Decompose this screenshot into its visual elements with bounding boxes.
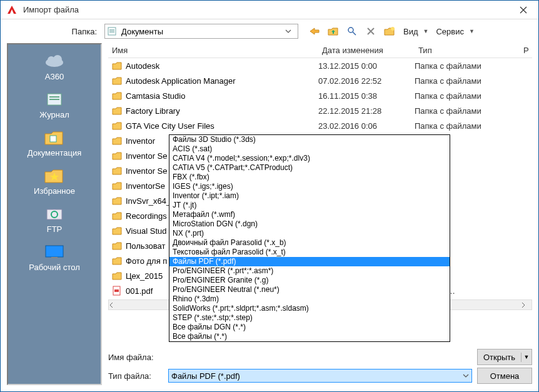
filetype-combo[interactable]: Файлы PDF (*.pdf) (168, 369, 472, 383)
col-date[interactable]: Дата изменения (318, 46, 415, 55)
filetype-option[interactable]: Файлы 3D Studio (*.3ds) (169, 135, 450, 144)
file-date: 07.02.2016 22:52 (318, 76, 415, 86)
file-name: GTA Vice City User Files (126, 121, 318, 131)
svg-rect-10 (49, 96, 59, 98)
file-name: Autodesk Application Manager (126, 76, 318, 86)
delete-icon[interactable] (365, 25, 377, 38)
svg-rect-2 (109, 31, 114, 31)
documents-icon (108, 27, 119, 36)
col-type[interactable]: Тип (415, 46, 520, 55)
toolbar-icons (308, 25, 396, 38)
folder-icon (112, 256, 123, 265)
chevron-down-icon: ▼ (469, 28, 475, 34)
folder-label: Папка: (7, 27, 101, 36)
chevron-down-icon[interactable]: ▼ (521, 354, 531, 360)
dialog-title: Импорт файла (23, 5, 511, 14)
pdf-icon (112, 286, 123, 296)
back-icon[interactable] (308, 25, 321, 38)
svg-rect-3 (109, 32, 114, 33)
filetype-option[interactable]: MicroStation DGN (*.dgn) (169, 219, 450, 229)
svg-rect-1 (109, 29, 114, 30)
file-date: 13.12.2015 0:00 (318, 61, 415, 71)
file-type: Папка с файлами (415, 121, 532, 131)
file-row[interactable]: Camtasia Studio16.11.2015 0:38Папка с фа… (108, 88, 532, 103)
file-row[interactable]: Autodesk13.12.2015 0:00Папка с файлами (108, 58, 532, 73)
places-bar: A360ЖурналДокументацияИзбранноеFTPРабочи… (7, 43, 102, 385)
folder-combo[interactable]: Документы (104, 24, 298, 39)
svg-rect-16 (51, 257, 58, 258)
place-docs[interactable]: Документация (8, 126, 101, 160)
filetype-option[interactable]: Rhino (*.3dm) (169, 294, 450, 304)
filetype-option[interactable]: Все файлы (*.*) (169, 332, 450, 341)
folder-icon (112, 226, 123, 235)
filetype-option[interactable]: Pro/ENGINEER Neutral (*.neu*) (169, 285, 450, 294)
file-type: Папка с файлами (415, 76, 532, 86)
file-date: 23.02.2016 0:06 (318, 121, 415, 131)
filetype-option[interactable]: Двоичный файл Parasolid (*.x_b) (169, 238, 450, 248)
place-label: FTP (8, 224, 101, 234)
up-folder-icon[interactable] (327, 25, 340, 38)
ftp-icon (42, 204, 67, 223)
desktop-icon (42, 243, 67, 261)
file-row[interactable]: GTA Vice City User Files23.02.2016 0:06П… (108, 118, 532, 133)
svg-point-8 (53, 55, 62, 64)
filetype-option[interactable]: NX (*.prt) (169, 229, 450, 238)
open-button[interactable]: Открыть ▼ (477, 349, 532, 365)
scroll-left-icon[interactable] (109, 302, 119, 308)
scroll-right-icon[interactable] (521, 302, 531, 308)
toolbar: Папка: Документы Вид ▼ Сервис ▼ (1, 19, 538, 43)
filetype-option[interactable]: IGES (*.igs;*.iges) (169, 182, 450, 191)
svg-rect-15 (46, 246, 63, 257)
filetype-option[interactable]: ACIS (*.sat) (169, 144, 450, 154)
search-icon[interactable] (346, 25, 358, 38)
filetype-option[interactable]: CATIA V5 (*.CATPart;*.CATProduct) (169, 163, 450, 173)
fav-icon (42, 166, 67, 185)
filetype-option[interactable]: CATIA V4 (*.model;*.session;*.exp;*.dlv3… (169, 154, 450, 163)
new-folder-icon[interactable] (383, 25, 396, 38)
filetype-option[interactable]: Pro/ENGINEER (*.prt*;*.asm*) (169, 266, 450, 276)
filetype-option[interactable]: Файлы PDF (*.pdf) (169, 257, 450, 266)
view-menu[interactable]: Вид ▼ (403, 27, 428, 36)
filetype-option[interactable]: STEP (*.ste;*.stp;*.step) (169, 313, 450, 323)
place-ftp[interactable]: FTP (8, 202, 101, 236)
place-label: Избранное (8, 186, 101, 196)
filetype-option[interactable]: Текстовый файл Parasolid (*.x_t) (169, 248, 450, 257)
folder-icon (112, 181, 123, 190)
filetype-dropdown[interactable]: Файлы 3D Studio (*.3ds)ACIS (*.sat)CATIA… (169, 134, 450, 342)
filetype-option[interactable]: Все файлы DGN (*.*) (169, 323, 450, 332)
filetype-option[interactable]: Pro/ENGINEER Granite (*.g) (169, 276, 450, 285)
folder-icon (112, 271, 123, 280)
filetype-option[interactable]: JT (*.jt) (169, 201, 450, 210)
cloud-icon (42, 52, 67, 71)
file-row[interactable]: Autodesk Application Manager07.02.2016 2… (108, 73, 532, 88)
folder-icon (112, 61, 123, 70)
col-name[interactable]: Имя (108, 46, 318, 55)
folder-icon (112, 91, 123, 100)
place-desktop[interactable]: Рабочий стол (8, 240, 101, 274)
place-label: A360 (8, 72, 101, 81)
service-menu[interactable]: Сервис ▼ (436, 27, 474, 36)
place-cloud[interactable]: A360 (8, 49, 101, 84)
folder-icon (112, 211, 123, 220)
folder-value: Документы (121, 27, 285, 36)
filetype-option[interactable]: SolidWorks (*.prt;*.sldprt;*.asm;*.sldas… (169, 304, 450, 313)
filetype-option[interactable]: Inventor (*.ipt;*.iam) (169, 191, 450, 201)
svg-rect-18 (114, 289, 119, 292)
cancel-button[interactable]: Отмена (477, 368, 532, 384)
folder-icon (112, 136, 123, 145)
file-type: Папка с файлами (415, 91, 532, 101)
filetype-option[interactable]: FBX (*.fbx) (169, 173, 450, 182)
col-right[interactable]: Р (520, 46, 532, 55)
folder-icon (112, 121, 123, 130)
place-fav[interactable]: Избранное (8, 164, 101, 198)
file-date: 16.11.2015 0:38 (318, 91, 415, 101)
svg-rect-11 (49, 99, 59, 100)
place-label: Журнал (8, 110, 101, 119)
file-row[interactable]: Factory Library22.12.2015 21:28Папка с ф… (108, 103, 532, 118)
filetype-option[interactable]: Метафайл (*.wmf) (169, 210, 450, 219)
close-button[interactable] (511, 1, 536, 19)
file-date: 22.12.2015 21:28 (318, 106, 415, 116)
file-type: Папка с файлами (415, 106, 532, 116)
place-journal[interactable]: Журнал (8, 88, 101, 122)
folder-icon (112, 166, 123, 175)
